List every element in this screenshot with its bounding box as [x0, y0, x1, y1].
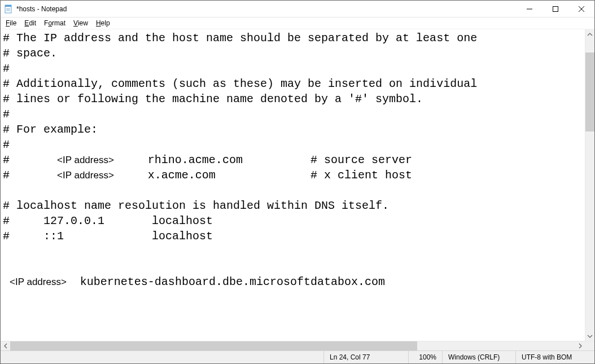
status-zoom: 100% [408, 351, 442, 363]
notepad-window: *hosts - Notepad File Edit Format View H… [0, 0, 595, 364]
editor-line: # <IP address> x.acme.com # x client hos… [3, 168, 583, 183]
menu-file-rest: ile [10, 19, 16, 27]
menu-edit-rest: dit [29, 19, 36, 27]
editor-line [3, 244, 583, 259]
vscroll-thumb[interactable] [585, 52, 594, 131]
menu-view[interactable]: View [69, 18, 92, 28]
editor-line: # For example: [3, 122, 583, 137]
editor-line: <IP address> kubernetes-dashboard.dbe.mi… [3, 274, 583, 290]
maximize-button[interactable] [542, 1, 568, 17]
menu-format[interactable]: Format [40, 18, 69, 28]
titlebar[interactable]: *hosts - Notepad [1, 1, 594, 17]
vertical-scrollbar[interactable] [585, 29, 594, 341]
menubar: File Edit Format View Help [1, 17, 594, 29]
hscroll-thumb[interactable] [10, 341, 417, 350]
menu-edit[interactable]: Edit [20, 18, 40, 28]
hscroll-track[interactable] [10, 341, 575, 350]
editor-line: # [3, 137, 583, 152]
horizontal-scrollbar[interactable] [1, 341, 585, 350]
ip-address-placeholder: <IP address> [57, 155, 114, 165]
menu-help-rest: elp [101, 19, 110, 27]
svg-rect-6 [553, 6, 558, 11]
editor-line: # [3, 107, 583, 122]
scroll-corner [585, 341, 594, 350]
editor-line: # ::1 localhost [3, 229, 583, 244]
menu-help[interactable]: Help [92, 18, 114, 28]
editor-line: # Additionally, comments (such as these)… [3, 76, 583, 91]
menu-file[interactable]: File [2, 18, 20, 28]
window-title: *hosts - Notepad [16, 5, 67, 13]
close-button[interactable] [568, 1, 594, 17]
scroll-down-icon[interactable] [585, 331, 594, 341]
ip-address-placeholder: <IP address> [57, 170, 114, 181]
notepad-app-icon [4, 5, 13, 14]
editor-line [3, 183, 583, 198]
editor-line: # localhost name resolution is handled w… [3, 198, 583, 213]
editor-line: # space. [3, 46, 583, 61]
editor-line: # <IP address> rhino.acme.com # source s… [3, 152, 583, 168]
editor-line: # lines or following the machine name de… [3, 91, 583, 107]
editor-line [3, 259, 583, 274]
scroll-right-icon[interactable] [575, 341, 585, 350]
vscroll-track[interactable] [585, 39, 594, 331]
text-editor[interactable]: # The IP address and the host name shoul… [1, 29, 585, 341]
scroll-left-icon[interactable] [1, 341, 10, 350]
status-line-ending: Windows (CRLF) [442, 351, 515, 363]
status-encoding: UTF-8 with BOM [515, 351, 594, 363]
status-cursor-position: Ln 24, Col 77 [323, 351, 408, 363]
editor-line: # [3, 61, 583, 76]
scroll-up-icon[interactable] [585, 29, 594, 39]
svg-rect-1 [5, 5, 11, 7]
statusbar: Ln 24, Col 77 100% Windows (CRLF) UTF-8 … [1, 350, 594, 363]
editor-line: # The IP address and the host name shoul… [3, 30, 583, 46]
menu-view-rest: iew [78, 19, 88, 27]
ip-address-placeholder: <IP address> [10, 277, 67, 287]
editor-line: # 127.0.0.1 localhost [3, 213, 583, 229]
minimize-button[interactable] [517, 1, 542, 17]
menu-format-rest: rmat [52, 19, 65, 27]
